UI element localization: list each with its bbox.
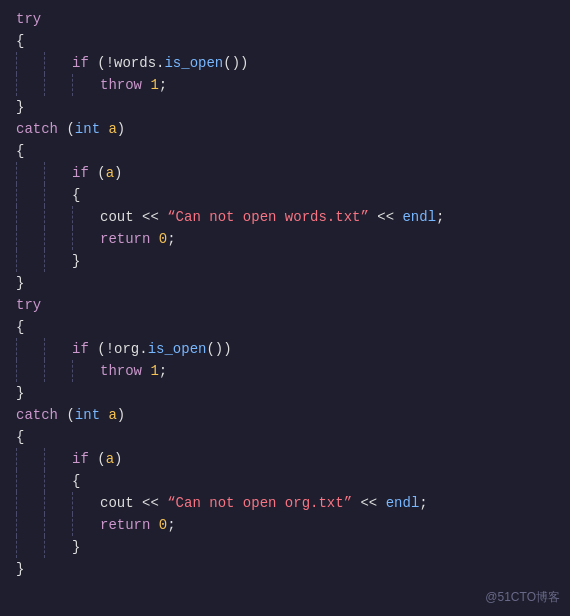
code-content: if (a) — [0, 162, 122, 184]
token: } — [16, 385, 24, 401]
code-content: { — [0, 470, 80, 492]
code-content: catch (int a) — [0, 404, 125, 426]
token: return — [100, 231, 150, 247]
token: if — [72, 55, 89, 71]
token: “Can not open words.txt” — [167, 209, 369, 225]
code-line: if (!words.is_open()) — [0, 52, 570, 74]
token: ; — [159, 77, 167, 93]
code-line: } — [0, 558, 570, 580]
code-content: { — [0, 140, 24, 162]
token: ) — [117, 121, 125, 137]
token: { — [16, 143, 24, 159]
code-content: if (a) — [0, 448, 122, 470]
code-line: catch (int a) — [0, 118, 570, 140]
token: !org — [106, 341, 140, 357]
code-container: try{if (!words.is_open())throw 1;}catch … — [0, 0, 570, 588]
code-content: } — [0, 536, 80, 558]
code-content: } — [0, 382, 24, 404]
code-content: cout << “Can not open org.txt” << endl; — [0, 492, 428, 514]
token: ( — [89, 165, 106, 181]
code-content: throw 1; — [0, 74, 167, 96]
token: ( — [58, 121, 75, 137]
token: 0 — [159, 517, 167, 533]
token: { — [72, 187, 80, 203]
token: catch — [16, 407, 58, 423]
token: ) — [114, 165, 122, 181]
code-line: { — [0, 30, 570, 52]
token: } — [16, 99, 24, 115]
token: ; — [167, 517, 175, 533]
token: a — [106, 451, 114, 467]
code-line: { — [0, 426, 570, 448]
token: { — [16, 33, 24, 49]
token — [150, 231, 158, 247]
token: ( — [89, 341, 106, 357]
token: throw — [100, 77, 142, 93]
token: } — [16, 561, 24, 577]
code-content: { — [0, 426, 24, 448]
token: << — [134, 495, 168, 511]
code-content: } — [0, 558, 24, 580]
code-line: { — [0, 316, 570, 338]
code-content: cout << “Can not open words.txt” << endl… — [0, 206, 444, 228]
token: << — [369, 209, 403, 225]
code-content: } — [0, 96, 24, 118]
token: ; — [419, 495, 427, 511]
code-line: try — [0, 8, 570, 30]
code-content: throw 1; — [0, 360, 167, 382]
token: << — [134, 209, 168, 225]
token: catch — [16, 121, 58, 137]
token: ; — [159, 363, 167, 379]
code-line: return 0; — [0, 514, 570, 536]
code-line: } — [0, 250, 570, 272]
token: a — [108, 121, 116, 137]
token: ()) — [223, 55, 248, 71]
code-content: { — [0, 30, 24, 52]
token: { — [72, 473, 80, 489]
code-line: catch (int a) — [0, 404, 570, 426]
code-line: } — [0, 272, 570, 294]
token: int — [75, 407, 100, 423]
token: is_open — [164, 55, 223, 71]
code-line: throw 1; — [0, 74, 570, 96]
token: throw — [100, 363, 142, 379]
code-content: } — [0, 250, 80, 272]
token: “Can not open org.txt” — [167, 495, 352, 511]
token: ) — [117, 407, 125, 423]
token: 1 — [150, 77, 158, 93]
code-line: { — [0, 470, 570, 492]
code-content: try — [0, 8, 41, 30]
token: { — [16, 319, 24, 335]
token: ) — [114, 451, 122, 467]
token: ; — [436, 209, 444, 225]
code-line: return 0; — [0, 228, 570, 250]
code-line: try — [0, 294, 570, 316]
token: cout — [100, 495, 134, 511]
code-content: return 0; — [0, 514, 176, 536]
token: is_open — [148, 341, 207, 357]
code-line: throw 1; — [0, 360, 570, 382]
code-content: if (!words.is_open()) — [0, 52, 248, 74]
token: ( — [89, 451, 106, 467]
token: ; — [167, 231, 175, 247]
code-line: cout << “Can not open words.txt” << endl… — [0, 206, 570, 228]
token: endl — [386, 495, 420, 511]
code-line: { — [0, 140, 570, 162]
token: return — [100, 517, 150, 533]
token: a — [106, 165, 114, 181]
code-content: catch (int a) — [0, 118, 125, 140]
code-content: if (!org.is_open()) — [0, 338, 232, 360]
token: !words — [106, 55, 156, 71]
token — [150, 517, 158, 533]
code-line: } — [0, 536, 570, 558]
token: 1 — [150, 363, 158, 379]
token: ( — [89, 55, 106, 71]
code-content: return 0; — [0, 228, 176, 250]
token: ( — [58, 407, 75, 423]
code-content: try — [0, 294, 41, 316]
token: a — [108, 407, 116, 423]
code-line: if (a) — [0, 162, 570, 184]
token: if — [72, 451, 89, 467]
token: endl — [402, 209, 436, 225]
code-line: } — [0, 96, 570, 118]
